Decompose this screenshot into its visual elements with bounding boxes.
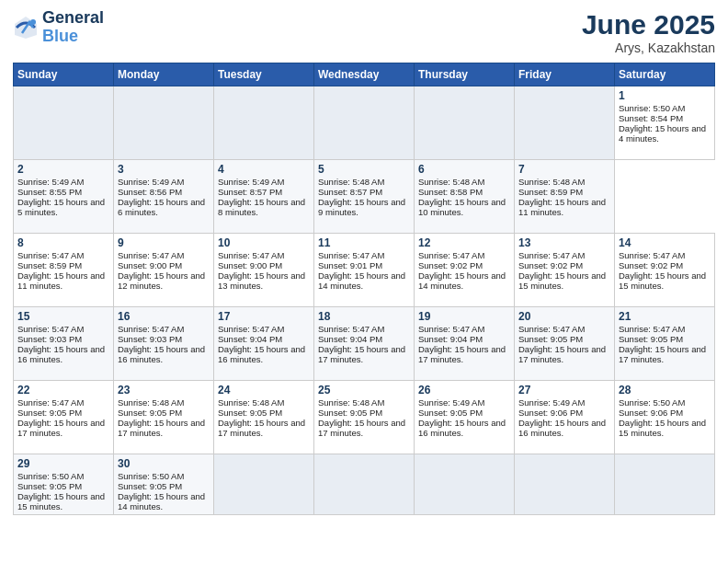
day-number: 29 (17, 457, 109, 470)
daylight-text: Daylight: 15 hours and 4 minutes. (619, 123, 706, 144)
calendar-day: 9 Sunrise: 5:47 AM Sunset: 9:00 PM Dayli… (114, 234, 214, 307)
sunset-text: Sunset: 9:05 PM (418, 408, 483, 418)
col-header-sunday: Sunday (14, 63, 114, 86)
day-number: 5 (318, 163, 410, 176)
calendar-week-row: 29 Sunrise: 5:50 AM Sunset: 9:05 PM Dayl… (14, 454, 715, 515)
calendar-day: 1 Sunrise: 5:50 AM Sunset: 8:54 PM Dayli… (615, 86, 715, 160)
day-number: 11 (318, 236, 410, 249)
calendar-day: 27 Sunrise: 5:49 AM Sunset: 9:06 PM Dayl… (515, 381, 615, 454)
calendar-day: 11 Sunrise: 5:47 AM Sunset: 9:01 PM Dayl… (314, 234, 415, 307)
calendar-day: 29 Sunrise: 5:50 AM Sunset: 9:05 PM Dayl… (14, 454, 114, 515)
calendar-day: 26 Sunrise: 5:49 AM Sunset: 9:05 PM Dayl… (415, 381, 515, 454)
day-number: 3 (118, 163, 210, 176)
daylight-text: Daylight: 15 hours and 14 minutes. (318, 270, 405, 291)
sunrise-text: Sunrise: 5:50 AM (619, 103, 685, 113)
empty-cell (615, 454, 715, 515)
sunset-text: Sunset: 9:05 PM (118, 481, 182, 491)
sunset-text: Sunset: 8:55 PM (17, 187, 82, 197)
day-number: 12 (418, 236, 510, 249)
day-number: 24 (218, 384, 310, 396)
day-number: 8 (17, 236, 109, 249)
calendar-day: 19 Sunrise: 5:47 AM Sunset: 9:04 PM Dayl… (415, 307, 515, 381)
daylight-text: Daylight: 15 hours and 17 minutes. (518, 344, 606, 364)
day-number: 6 (418, 163, 510, 176)
calendar-day: 30 Sunrise: 5:50 AM Sunset: 9:05 PM Dayl… (114, 454, 214, 515)
sunset-text: Sunset: 8:58 PM (418, 187, 483, 197)
calendar-day: 10 Sunrise: 5:47 AM Sunset: 9:00 PM Dayl… (214, 234, 314, 307)
empty-cell (314, 454, 415, 515)
calendar-day: 16 Sunrise: 5:47 AM Sunset: 9:03 PM Dayl… (114, 307, 214, 381)
day-number: 23 (118, 384, 210, 396)
sunrise-text: Sunrise: 5:47 AM (418, 324, 484, 334)
empty-cell (14, 86, 114, 160)
daylight-text: Daylight: 15 hours and 16 minutes. (418, 418, 506, 438)
day-number: 22 (17, 384, 109, 396)
day-number: 28 (619, 384, 711, 396)
daylight-text: Daylight: 15 hours and 11 minutes. (518, 197, 606, 217)
sunset-text: Sunset: 9:06 PM (518, 408, 583, 418)
daylight-text: Daylight: 15 hours and 17 minutes. (318, 344, 405, 364)
daylight-text: Daylight: 15 hours and 6 minutes. (118, 197, 205, 217)
daylight-text: Daylight: 15 hours and 10 minutes. (418, 197, 506, 217)
sunrise-text: Sunrise: 5:47 AM (619, 250, 685, 260)
sunset-text: Sunset: 9:00 PM (118, 260, 182, 270)
sunrise-text: Sunrise: 5:47 AM (518, 324, 585, 334)
day-number: 27 (518, 384, 610, 396)
day-number: 30 (118, 457, 210, 470)
day-number: 9 (118, 236, 210, 249)
calendar-day: 13 Sunrise: 5:47 AM Sunset: 9:02 PM Dayl… (515, 234, 615, 307)
sunset-text: Sunset: 8:54 PM (619, 113, 683, 123)
sunset-text: Sunset: 8:56 PM (118, 187, 182, 197)
sunset-text: Sunset: 9:05 PM (118, 408, 182, 418)
sunrise-text: Sunrise: 5:47 AM (218, 250, 284, 260)
calendar-page: General Blue June 2025 Arys, Kazakhstan … (0, 0, 728, 563)
day-number: 10 (218, 236, 310, 249)
day-number: 16 (118, 310, 210, 323)
calendar-day: 24 Sunrise: 5:48 AM Sunset: 9:05 PM Dayl… (214, 381, 314, 454)
daylight-text: Daylight: 15 hours and 12 minutes. (118, 270, 205, 291)
day-number: 14 (619, 236, 711, 249)
day-number: 18 (318, 310, 410, 323)
empty-cell (415, 454, 515, 515)
sunset-text: Sunset: 9:00 PM (218, 260, 282, 270)
day-number: 7 (518, 163, 610, 176)
calendar-day: 17 Sunrise: 5:47 AM Sunset: 9:04 PM Dayl… (214, 307, 314, 381)
daylight-text: Daylight: 15 hours and 16 minutes. (17, 344, 105, 364)
daylight-text: Daylight: 15 hours and 15 minutes. (17, 491, 105, 511)
empty-cell (214, 86, 314, 160)
daylight-text: Daylight: 15 hours and 13 minutes. (218, 270, 305, 291)
calendar-day: 8 Sunrise: 5:47 AM Sunset: 8:59 PM Dayli… (14, 234, 114, 307)
sunrise-text: Sunrise: 5:50 AM (118, 471, 184, 481)
col-header-wednesday: Wednesday (314, 63, 415, 86)
col-header-saturday: Saturday (615, 63, 715, 86)
sunset-text: Sunset: 9:05 PM (619, 334, 683, 344)
calendar-week-row: 22 Sunrise: 5:47 AM Sunset: 9:05 PM Dayl… (14, 381, 715, 454)
sunrise-text: Sunrise: 5:47 AM (17, 397, 84, 408)
daylight-text: Daylight: 15 hours and 8 minutes. (218, 197, 305, 217)
daylight-text: Daylight: 15 hours and 17 minutes. (418, 344, 506, 364)
daylight-text: Daylight: 15 hours and 14 minutes. (418, 270, 506, 291)
sunrise-text: Sunrise: 5:47 AM (518, 250, 585, 260)
daylight-text: Daylight: 15 hours and 15 minutes. (619, 270, 706, 291)
sunset-text: Sunset: 9:06 PM (619, 408, 683, 418)
sunrise-text: Sunrise: 5:47 AM (418, 250, 484, 260)
sunset-text: Sunset: 9:05 PM (218, 408, 282, 418)
day-number: 1 (619, 89, 711, 102)
logo: General Blue (13, 9, 104, 46)
calendar-day: 6 Sunrise: 5:48 AM Sunset: 8:58 PM Dayli… (415, 160, 515, 234)
empty-cell (114, 86, 214, 160)
day-number: 25 (318, 384, 410, 396)
daylight-text: Daylight: 15 hours and 16 minutes. (518, 418, 606, 438)
sunset-text: Sunset: 8:57 PM (218, 187, 282, 197)
sunset-text: Sunset: 9:03 PM (118, 334, 182, 344)
sunset-text: Sunset: 9:02 PM (518, 260, 583, 270)
calendar-day: 2 Sunrise: 5:49 AM Sunset: 8:55 PM Dayli… (14, 160, 114, 234)
daylight-text: Daylight: 15 hours and 16 minutes. (118, 344, 205, 364)
sunset-text: Sunset: 9:05 PM (518, 334, 583, 344)
calendar-day: 25 Sunrise: 5:48 AM Sunset: 9:05 PM Dayl… (314, 381, 415, 454)
sunset-text: Sunset: 9:04 PM (218, 334, 282, 344)
daylight-text: Daylight: 15 hours and 11 minutes. (17, 270, 105, 291)
calendar-day: 20 Sunrise: 5:47 AM Sunset: 9:05 PM Dayl… (515, 307, 615, 381)
sunrise-text: Sunrise: 5:49 AM (518, 397, 585, 408)
sunrise-text: Sunrise: 5:47 AM (17, 324, 84, 334)
